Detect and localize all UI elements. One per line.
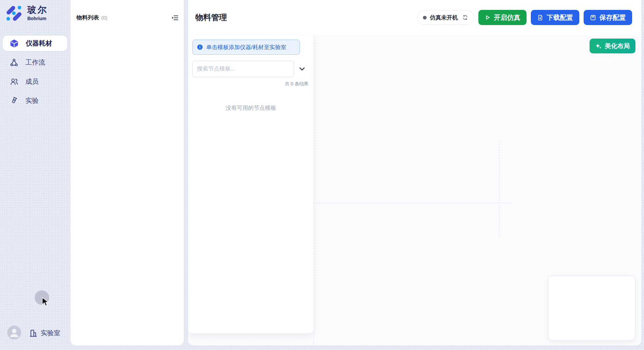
refresh-icon[interactable] xyxy=(462,15,468,20)
info-icon xyxy=(197,44,203,50)
material-list-header: 物料列表 (0) xyxy=(71,0,184,21)
page-title: 物料管理 xyxy=(195,12,227,23)
chevron-down-icon[interactable] xyxy=(299,67,305,71)
download-config-label: 下载配置 xyxy=(547,13,573,22)
template-hint-text: 单击模板添加仪器/耗材至实验室 xyxy=(206,44,286,51)
lab-label: 实验室 xyxy=(41,329,60,337)
empty-template-message: 没有可用的节点模板 xyxy=(188,104,314,112)
experiment-icon xyxy=(10,97,18,105)
download-config-button[interactable]: 下载配置 xyxy=(531,10,579,25)
brand: 玻尔 Bohrium xyxy=(5,5,48,22)
building-icon xyxy=(29,329,38,337)
minimap-panel[interactable] xyxy=(548,276,635,340)
brand-name-en: Bohrium xyxy=(27,16,48,21)
sidebar-item-members[interactable]: 成员 xyxy=(3,74,67,89)
workflow-icon xyxy=(10,58,18,67)
collapse-panel-icon[interactable] xyxy=(171,15,178,21)
cube-icon xyxy=(10,39,18,48)
sidebar-item-label: 成员 xyxy=(25,77,39,86)
sidebar-item-instruments[interactable]: 仪器耗材 xyxy=(3,36,67,51)
template-search-row xyxy=(192,61,314,77)
material-list-count: (0) xyxy=(101,15,107,20)
beautify-layout-button[interactable]: 美化布局 xyxy=(590,39,635,53)
start-simulation-label: 开启仿真 xyxy=(494,13,520,22)
beautify-layout-label: 美化布局 xyxy=(605,42,630,50)
canvas-guide-line xyxy=(499,142,499,238)
save-config-button[interactable]: 保存配置 xyxy=(584,10,632,25)
members-icon xyxy=(10,77,18,86)
main-header: 物料管理 仿真未开机 xyxy=(188,0,641,35)
brand-name-zh: 玻尔 xyxy=(27,5,48,15)
start-simulation-button[interactable]: 开启仿真 xyxy=(478,10,527,25)
template-hint-banner: 单击模板添加仪器/耗材至实验室 xyxy=(192,40,300,55)
simulation-status-pill: 仿真未开机 xyxy=(417,10,474,25)
sidebar-item-label: 工作流 xyxy=(25,58,45,67)
main-panel: 物料管理 仿真未开机 xyxy=(188,0,641,345)
simulation-status-label: 仿真未开机 xyxy=(430,14,458,21)
canvas-guide-line xyxy=(314,203,512,203)
play-icon xyxy=(485,15,491,20)
user-avatar[interactable] xyxy=(7,326,21,339)
material-list-panel: 物料列表 (0) xyxy=(71,0,184,345)
save-icon xyxy=(590,15,596,21)
status-dot-icon xyxy=(423,16,427,19)
template-panel: 单击模板添加仪器/耗材至实验室 共 0 条结果 没有可用的节点模板 xyxy=(188,35,314,333)
sidebar-item-workflow[interactable]: 工作流 xyxy=(3,55,67,70)
material-list-title: 物料列表 xyxy=(77,14,99,21)
sidebar-item-lab[interactable]: 实验室 xyxy=(29,329,60,337)
app-root: 玻尔 Bohrium 仪器耗材 xyxy=(0,0,644,350)
search-input[interactable] xyxy=(192,61,294,77)
header-actions: 仿真未开机 xyxy=(417,0,632,35)
sidebar-item-label: 实验 xyxy=(25,96,39,105)
flow-canvas[interactable]: 单击模板添加仪器/耗材至实验室 共 0 条结果 没有可用的节点模板 xyxy=(188,35,641,345)
sidebar: 玻尔 Bohrium 仪器耗材 xyxy=(0,0,71,350)
bohrium-logo-icon xyxy=(5,5,22,22)
sidebar-item-experiment[interactable]: 实验 xyxy=(3,93,67,108)
sparkles-icon xyxy=(595,43,602,49)
sidebar-item-label: 仪器耗材 xyxy=(26,39,52,48)
save-config-label: 保存配置 xyxy=(599,13,626,22)
file-download-icon xyxy=(537,15,543,21)
sidebar-nav: 仪器耗材 工作流 xyxy=(3,36,67,112)
result-count: 共 0 条结果 xyxy=(192,81,308,87)
